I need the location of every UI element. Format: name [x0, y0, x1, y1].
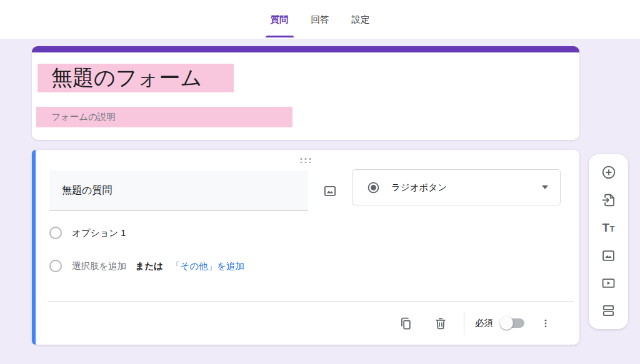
form-description-field[interactable]: フォームの説明	[36, 107, 292, 127]
more-options-button[interactable]	[540, 315, 551, 332]
question-type-dropdown[interactable]: ラジオボタン	[352, 169, 561, 205]
tab-settings[interactable]: 設定	[344, 0, 378, 39]
question-title-input[interactable]: 無題の質問	[49, 170, 308, 211]
duplicate-icon	[398, 316, 413, 331]
radio-circle-icon	[49, 227, 62, 239]
delete-icon	[433, 316, 448, 331]
add-image-icon	[601, 248, 616, 263]
question-card-footer: 必須	[48, 301, 574, 345]
google-forms-editor: 質問 回答 設定 無題のフォーム フォームの説明 無題の質問	[0, 0, 640, 364]
tab-settings-label: 設定	[352, 14, 370, 26]
import-questions-icon	[601, 192, 616, 208]
required-toggle[interactable]	[501, 318, 524, 328]
radio-button-icon	[366, 180, 381, 195]
delete-question-button[interactable]	[432, 315, 449, 332]
add-question-button[interactable]	[599, 163, 618, 182]
question-selected-indicator	[32, 150, 36, 345]
duplicate-question-button[interactable]	[398, 315, 414, 332]
tab-questions[interactable]: 質問	[262, 0, 297, 39]
add-image-button[interactable]	[599, 246, 618, 265]
question-card: 無題の質問 ラジオボタン オプション 1 選択肢を追加 または 「その他」を追加	[32, 150, 579, 345]
toggle-thumb	[500, 317, 513, 330]
add-question-icon	[601, 164, 617, 180]
tab-questions-label: 質問	[271, 14, 289, 26]
drag-dots-icon[interactable]	[301, 158, 311, 163]
tab-responses[interactable]: 回答	[303, 0, 338, 39]
add-video-button[interactable]	[599, 273, 618, 292]
chevron-down-icon	[542, 185, 548, 189]
form-header-accent-bar	[32, 46, 579, 52]
add-image-to-question-button[interactable]	[321, 182, 339, 200]
form-title-field[interactable]: 無題のフォーム	[38, 64, 234, 92]
form-header-card: 無題のフォーム フォームの説明	[32, 46, 579, 140]
more-options-icon	[540, 316, 551, 331]
question-type-label: ラジオボタン	[391, 182, 447, 194]
add-title-text-icon: T T	[602, 221, 614, 235]
option-label[interactable]: オプション 1	[72, 227, 126, 239]
footer-divider	[464, 312, 464, 335]
add-section-icon	[601, 303, 616, 318]
top-tab-bar: 質問 回答 設定	[0, 0, 640, 39]
required-label: 必須	[475, 317, 493, 329]
add-section-button[interactable]	[599, 302, 618, 320]
option-row[interactable]: オプション 1	[49, 227, 126, 239]
add-video-icon	[601, 275, 616, 291]
add-option-row: 選択肢を追加 または 「その他」を追加	[49, 260, 244, 272]
import-questions-button[interactable]	[599, 191, 618, 210]
radio-circle-icon	[49, 260, 62, 272]
add-option-separator: または	[135, 260, 163, 272]
add-other-option-link[interactable]: 「その他」を追加	[171, 260, 244, 272]
side-toolbar: T T	[589, 154, 628, 329]
add-title-text-button[interactable]: T T	[599, 219, 618, 237]
image-icon	[322, 184, 338, 199]
add-option-placeholder[interactable]: 選択肢を追加	[72, 260, 126, 272]
tab-responses-label: 回答	[311, 14, 329, 26]
